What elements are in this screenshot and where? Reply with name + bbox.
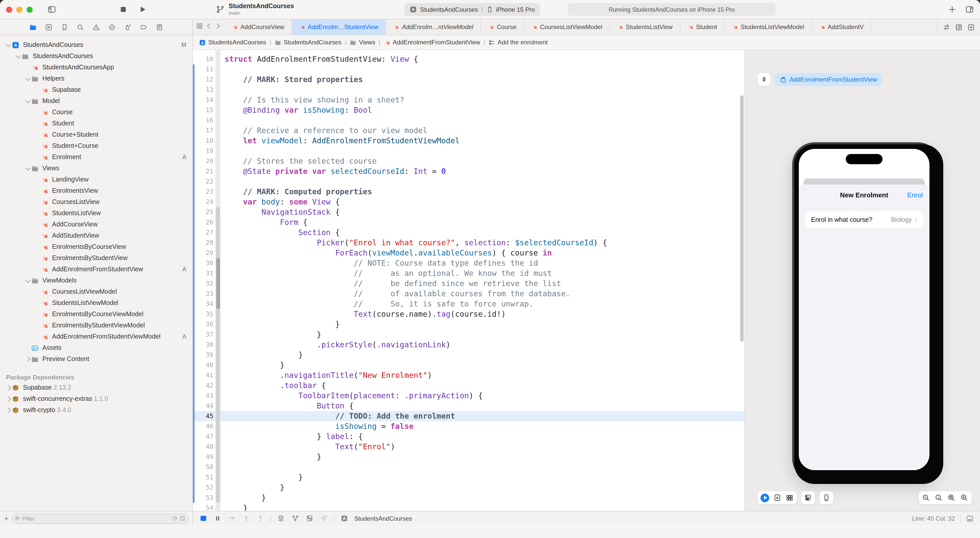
disclosure-down-icon[interactable]: [5, 44, 12, 46]
back-icon[interactable]: [205, 22, 212, 32]
filter-field[interactable]: Filter: [12, 513, 188, 524]
add-file-button[interactable]: +: [4, 514, 9, 522]
tree-item-helpers[interactable]: Helpers: [0, 73, 192, 84]
tree-item-course[interactable]: Course: [0, 106, 192, 118]
tree-item-supabase[interactable]: Supabase: [0, 84, 192, 95]
package-item-swift-crypto[interactable]: swift-crypto 3.4.0: [0, 405, 192, 416]
tab-addstudentv[interactable]: AddStudentV: [812, 19, 871, 35]
editor-scrollbar[interactable]: [740, 95, 744, 342]
zoom-fit-button[interactable]: [947, 494, 956, 502]
breadcrumb-item[interactable]: AddEnrolmentFromStudentView: [383, 39, 480, 46]
disclosure-down-icon[interactable]: [24, 279, 31, 282]
sidebar-tab-project-navigator[interactable]: [28, 22, 38, 32]
zoom-actual-button[interactable]: 1: [935, 494, 943, 502]
tab-student[interactable]: Student: [680, 19, 725, 35]
tree-item-addcourseview[interactable]: AddCourseView: [0, 219, 192, 230]
sidebar-tab-issues-navigator[interactable]: [92, 22, 101, 32]
tree-item-courseslistview[interactable]: CoursesListView: [0, 196, 192, 208]
tab-studentslistviewmodel[interactable]: StudentsListViewModel: [725, 19, 812, 35]
tree-item-student-course[interactable]: Student+Course: [0, 140, 192, 151]
tree-item-studentslistviewmodel[interactable]: StudentsListViewModel: [0, 297, 192, 308]
related-items-icon[interactable]: [196, 22, 203, 32]
disclosure-down-icon[interactable]: [24, 167, 31, 170]
zoom-window-button[interactable]: [27, 6, 33, 13]
pin-preview-button[interactable]: [757, 73, 771, 86]
tree-item-enrolmentsbycourseviewmodel[interactable]: EnrolmentsByCourseViewModel: [0, 308, 192, 320]
tree-item-enrolmentsview[interactable]: EnrolmentsView: [0, 185, 192, 196]
tree-item-views[interactable]: Views: [0, 163, 192, 174]
disclosure-right-icon[interactable]: [5, 408, 12, 412]
minimize-window-button[interactable]: [16, 6, 22, 13]
step-out-button[interactable]: [256, 514, 265, 523]
sidebar-tab-source-control-navigator[interactable]: [44, 22, 53, 32]
sidebar-tab-reports-navigator[interactable]: [155, 22, 164, 32]
tree-item-courseslistviewmodel[interactable]: CoursesListViewModel: [0, 286, 192, 297]
toggle-right-sidebar-icon[interactable]: [964, 4, 975, 15]
close-window-button[interactable]: [6, 6, 12, 13]
tree-item-assets[interactable]: Assets: [0, 342, 192, 353]
preview-device-button[interactable]: [822, 494, 830, 502]
disclosure-right-icon[interactable]: [5, 386, 12, 389]
breadcrumb-item[interactable]: Views: [350, 39, 375, 46]
course-picker-row[interactable]: Enrol in what course? Biology ›: [805, 211, 923, 229]
tab-studentslistview[interactable]: StudentsListView: [610, 19, 680, 35]
tree-item-enrolmentsbycourseview[interactable]: EnrolmentsByCourseView: [0, 241, 192, 252]
tree-item-enrolment[interactable]: EnrolmentA: [0, 151, 192, 163]
tree-item-studentsandcourses[interactable]: StudentsAndCourses: [0, 51, 192, 62]
memory-graph-button[interactable]: [291, 514, 300, 523]
sidebar-tab-tests-navigator[interactable]: [107, 22, 117, 32]
swap-editor-icon[interactable]: [943, 23, 950, 31]
stop-button[interactable]: [118, 4, 129, 15]
tree-item-landingview[interactable]: LandingView: [0, 174, 192, 185]
add-editor-icon[interactable]: [967, 23, 975, 31]
disclosure-right-icon[interactable]: [24, 357, 31, 361]
enrol-button[interactable]: Enrol: [907, 191, 923, 199]
tree-item-enrolmentsbystudentviewmodel[interactable]: EnrolmentsByStudentViewModel: [0, 320, 192, 331]
recents-clock-icon[interactable]: [172, 516, 178, 521]
app-badge-button[interactable]: A: [340, 514, 348, 523]
toggle-left-sidebar-icon[interactable]: [46, 4, 57, 15]
environment-overrides-button[interactable]: [305, 514, 314, 523]
tree-item-preview-content[interactable]: Preview Content: [0, 353, 192, 365]
code-editor[interactable]: 10struct AddEnrolmentFromStudentView: Vi…: [193, 50, 745, 511]
disclosure-down-icon[interactable]: [24, 77, 31, 80]
step-over-button[interactable]: [228, 514, 236, 523]
breadcrumb-item[interactable]: Add the enrolment: [488, 39, 548, 46]
zoom-out-button[interactable]: [922, 494, 931, 502]
sidebar-tab-breakpoints-navigator[interactable]: [139, 22, 148, 32]
package-item-supabase[interactable]: Supabase 2.13.2: [0, 382, 192, 393]
preview-target-chip[interactable]: AddEnrolmentFromStudentView: [775, 73, 882, 86]
tab-course[interactable]: Course: [481, 19, 524, 35]
debug-area-button[interactable]: [199, 514, 208, 523]
pause-button[interactable]: [213, 514, 222, 523]
tree-item-viewmodels[interactable]: ViewModels: [0, 275, 192, 286]
tree-item-studentslistview[interactable]: StudentsListView: [0, 208, 192, 219]
scheme-selector[interactable]: A StudentsAndCourses ⟩ iPhone 15 Pro: [404, 3, 540, 16]
preview-select-button[interactable]: [773, 494, 781, 502]
tab-addenrolm-studentview[interactable]: AddEnrolm…StudentView: [292, 19, 386, 35]
run-button[interactable]: [137, 4, 148, 15]
live-preview-play-button[interactable]: [760, 494, 769, 502]
tree-item-student[interactable]: Student: [0, 118, 192, 129]
package-item-swift-concurrency-extras[interactable]: swift-concurrency-extras 1.1.0: [0, 393, 192, 405]
sidebar-tab-bookmarks-navigator[interactable]: [60, 22, 69, 32]
tree-item-studentsandcoursesapp[interactable]: StudentsAndCoursesApp: [0, 62, 192, 73]
editor-list-icon[interactable]: [955, 23, 963, 31]
preview-settings-button[interactable]: [804, 494, 812, 502]
tab-addenrolm-ntviewmodel[interactable]: AddEnrolm…ntViewModel: [386, 19, 481, 35]
tree-item-studentsandcourses[interactable]: AStudentsAndCoursesM: [0, 39, 192, 51]
tree-item-addenrolmentfromstudentviewmodel[interactable]: AddEnrolmentFromStudentViewModelA: [0, 331, 192, 342]
step-into-button[interactable]: [242, 514, 251, 523]
breadcrumb-item[interactable]: AStudentsAndCourses: [199, 39, 266, 46]
simulate-location-button[interactable]: [320, 514, 328, 523]
preview-variants-button[interactable]: [786, 494, 794, 502]
tab-courseslistviewmodel[interactable]: CoursesListViewModel: [524, 19, 610, 35]
tree-item-addstudentview[interactable]: AddStudentView: [0, 230, 192, 241]
tree-item-course-student[interactable]: Course+Student: [0, 129, 192, 140]
tree-item-model[interactable]: Model: [0, 95, 192, 106]
view-hierarchy-button[interactable]: [277, 514, 285, 523]
disclosure-down-icon[interactable]: [24, 100, 31, 102]
adjust-editor-icon[interactable]: [966, 514, 974, 522]
disclosure-right-icon[interactable]: [5, 397, 12, 401]
tree-item-enrolmentsbystudentview[interactable]: EnrolmentsByStudentView: [0, 252, 192, 263]
